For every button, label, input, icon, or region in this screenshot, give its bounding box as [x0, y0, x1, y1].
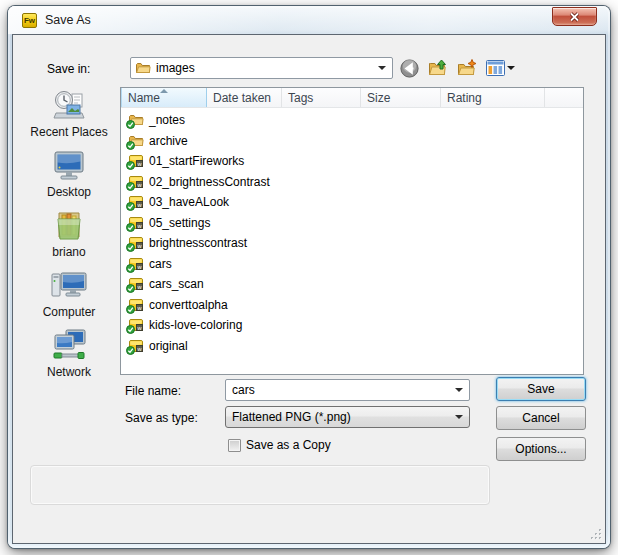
column-header[interactable]: Tags	[282, 88, 361, 107]
column-header[interactable]: Size	[361, 88, 441, 107]
options-button[interactable]: Options...	[496, 437, 586, 461]
file-name-label: 05_settings	[149, 216, 210, 230]
file-name-label: 03_haveALook	[149, 195, 229, 209]
list-item[interactable]: w kids-love-coloring	[121, 315, 583, 336]
save-in-value: images	[156, 61, 195, 75]
checked-out-overlay-icon	[126, 223, 135, 232]
column-header[interactable]: Date taken	[207, 88, 282, 107]
save-in-label: Save in:	[47, 62, 90, 76]
column-header-label: Name	[128, 91, 160, 105]
file-icon: w	[128, 256, 144, 272]
folder-icon	[135, 60, 151, 76]
file-icon: w	[128, 297, 144, 313]
save-as-type-field-label: Save as type:	[125, 411, 198, 425]
column-header-label: Date taken	[213, 91, 271, 105]
sidebar-item-network[interactable]: Network	[19, 327, 119, 383]
file-list-panel: Name Date taken Tags Size Rating	[120, 87, 584, 375]
file-name-input[interactable]: cars	[225, 379, 470, 401]
user-folder-icon	[52, 207, 86, 243]
file-icon: w	[128, 338, 144, 354]
file-icon: w	[128, 235, 144, 251]
sidebar-item-label: Computer	[43, 305, 96, 319]
message-group-box	[30, 465, 490, 505]
save-in-dropdown[interactable]: images	[130, 57, 393, 79]
checked-out-overlay-icon	[126, 141, 135, 150]
column-header[interactable]: Rating	[441, 88, 545, 107]
resize-grip[interactable]	[590, 528, 602, 540]
list-item[interactable]: w archive	[121, 131, 583, 152]
sidebar-item-label: Desktop	[47, 185, 91, 199]
dialog-client-area: Save in: images	[12, 34, 606, 544]
list-item[interactable]: w 03_haveALook	[121, 192, 583, 213]
checked-out-overlay-icon	[126, 182, 135, 191]
file-name-label: cars	[149, 257, 172, 271]
new-folder-icon[interactable]	[457, 58, 477, 78]
list-item[interactable]: w cars	[121, 254, 583, 275]
sidebar-item-desktop[interactable]: Desktop	[19, 147, 119, 203]
checked-out-overlay-icon	[126, 264, 135, 273]
close-icon	[569, 12, 580, 22]
list-item[interactable]: w converttoalpha	[121, 295, 583, 316]
file-icon: w	[128, 276, 144, 292]
fireworks-app-icon: Fw	[22, 13, 37, 28]
checked-out-overlay-icon	[126, 202, 135, 211]
desktop-icon	[51, 147, 87, 183]
close-button[interactable]	[552, 7, 597, 26]
sidebar-item-label: Network	[47, 365, 91, 379]
window-title: Save As	[45, 13, 91, 27]
list-item[interactable]: w 05_settings	[121, 213, 583, 234]
views-menu-icon[interactable]	[486, 60, 515, 76]
cancel-button[interactable]: Cancel	[496, 406, 586, 430]
list-item[interactable]: w 02_brightnessContrast	[121, 172, 583, 193]
file-name-label: 02_brightnessContrast	[149, 175, 270, 189]
file-icon: w	[128, 112, 144, 128]
file-icon: w	[128, 153, 144, 169]
file-icon: w	[128, 174, 144, 190]
list-item[interactable]: w cars_scan	[121, 274, 583, 295]
chevron-down-icon	[455, 415, 463, 419]
column-header-filler	[545, 88, 583, 107]
chevron-down-icon	[507, 66, 515, 70]
computer-icon	[50, 267, 88, 303]
file-name-label: original	[149, 339, 188, 353]
sidebar-item-computer[interactable]: Computer	[19, 267, 119, 323]
checked-out-overlay-icon	[126, 305, 135, 314]
cancel-button-label: Cancel	[522, 411, 559, 425]
file-name-label: kids-love-coloring	[149, 318, 242, 332]
network-icon	[50, 327, 88, 363]
file-name-label: cars_scan	[149, 277, 204, 291]
save-as-copy-checkbox[interactable]	[228, 439, 241, 452]
list-item[interactable]: w 01_startFireworks	[121, 151, 583, 172]
sidebar-item-recent-places[interactable]: Recent Places	[19, 87, 119, 143]
column-header[interactable]: Name	[121, 88, 207, 107]
save-as-type-value: Flattened PNG (*.png)	[232, 410, 351, 424]
chevron-down-icon	[378, 66, 386, 70]
places-sidebar: Recent Places Desktop	[19, 87, 119, 387]
save-as-type-dropdown[interactable]: Flattened PNG (*.png)	[225, 406, 470, 428]
checked-out-overlay-icon	[126, 161, 135, 170]
back-icon[interactable]	[399, 58, 419, 78]
file-name-label: brightnesscontrast	[149, 236, 247, 250]
titlebar[interactable]: Fw Save As	[8, 6, 610, 34]
column-header-label: Rating	[447, 91, 482, 105]
column-header-label: Tags	[288, 91, 313, 105]
checked-out-overlay-icon	[126, 346, 135, 355]
file-name-field-label: File name:	[125, 384, 181, 398]
save-as-dialog: Fw Save As Save in: images	[8, 6, 610, 548]
list-item[interactable]: w brightnesscontrast	[121, 233, 583, 254]
file-icon: w	[128, 317, 144, 333]
file-name-label: converttoalpha	[149, 298, 228, 312]
column-header-row: Name Date taken Tags Size Rating	[121, 88, 583, 108]
list-item[interactable]: w _notes	[121, 110, 583, 131]
file-icon: w	[128, 133, 144, 149]
list-item[interactable]: w original	[121, 336, 583, 357]
up-one-level-icon[interactable]	[428, 58, 448, 78]
save-button-label: Save	[527, 382, 554, 396]
file-list-body: w _notes	[121, 108, 583, 356]
checked-out-overlay-icon	[126, 325, 135, 334]
save-button[interactable]: Save	[496, 377, 586, 401]
toolbar	[399, 58, 515, 78]
sidebar-item-briano[interactable]: briano	[19, 207, 119, 263]
sidebar-item-label: briano	[52, 245, 85, 259]
file-icon: w	[128, 194, 144, 210]
